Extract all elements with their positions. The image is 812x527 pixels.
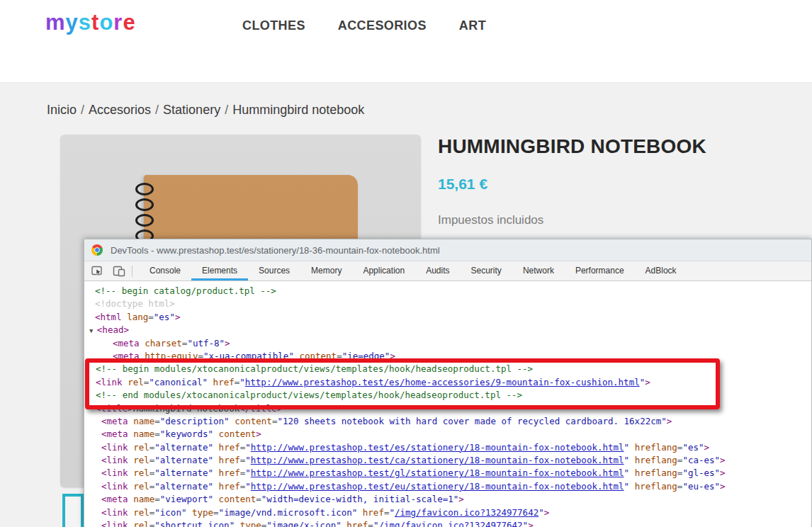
code-token: "es": [154, 312, 175, 322]
nav-link-accesorios[interactable]: ACCESORIOS: [338, 18, 427, 33]
nav-link-art[interactable]: ART: [459, 18, 486, 33]
code-line[interactable]: <link rel="icon" type="image/vnd.microso…: [84, 506, 811, 519]
breadcrumb: Inicio/Accesorios/Stationery/Hummingbird…: [47, 103, 364, 118]
code-token: "keywords": [160, 429, 213, 439]
logo-letter: t: [91, 10, 99, 35]
code-token: charset: [140, 338, 182, 348]
devtools-titlebar[interactable]: DevTools - www.prestashop.test/es/statio…: [84, 239, 811, 261]
code-url-link[interactable]: http://www.prestashop.test/gl/stationery…: [251, 468, 624, 478]
code-token: href: [357, 507, 384, 518]
breadcrumb-item[interactable]: Stationery: [163, 103, 220, 117]
code-line[interactable]: <!doctype html>: [84, 298, 811, 310]
code-token: name: [128, 429, 155, 439]
code-token: <html: [95, 312, 122, 322]
spiral-ring: [135, 198, 154, 211]
code-token: >: [720, 468, 726, 478]
devtools-tab-audits[interactable]: Audits: [415, 261, 460, 280]
code-url-link[interactable]: http://www.prestashop.test/es/stationery…: [251, 442, 624, 453]
code-token: "120 sheets notebook with hard cover mad…: [277, 416, 666, 426]
code-url-link[interactable]: http://www.prestashop.test/ca/stationery…: [251, 455, 624, 465]
code-token: rel: [128, 442, 150, 453]
code-line[interactable]: <meta charset="utf-8">: [84, 337, 811, 350]
devtools-tab-memory[interactable]: Memory: [300, 261, 352, 280]
code-token: <!-- begin catalog/product.tpl -->: [95, 285, 276, 296]
store-logo[interactable]: my store: [45, 10, 136, 35]
code-token: rel: [128, 507, 150, 518]
code-token: =: [368, 520, 373, 527]
code-token: rel: [128, 468, 150, 478]
code-token: type: [186, 507, 213, 518]
code-line[interactable]: <meta name="description" content="120 sh…: [84, 415, 811, 428]
spiral-ring: [135, 183, 154, 196]
code-token: hreflang: [629, 481, 677, 492]
code-token: content: [213, 494, 256, 504]
code-token: "viewport": [160, 494, 213, 504]
code-line[interactable]: <link rel="alternate" href="http://www.p…: [84, 454, 811, 467]
code-token: name: [128, 494, 155, 504]
breadcrumb-item[interactable]: Inicio: [47, 103, 77, 117]
product-thumbnail[interactable]: [62, 494, 84, 527]
nav-link-clothes[interactable]: CLOTHES: [242, 18, 305, 33]
code-token: href: [342, 520, 368, 527]
code-token: <meta: [101, 429, 128, 439]
code-token: "alternate": [154, 442, 213, 453]
devtools-tab-security[interactable]: Security: [461, 261, 512, 280]
devtools-tab-sources[interactable]: Sources: [248, 261, 300, 280]
code-line[interactable]: <link rel="alternate" href="http://www.p…: [84, 467, 811, 480]
breadcrumb-item[interactable]: Accesorios: [89, 103, 151, 117]
code-token: "icon": [154, 507, 186, 518]
code-token: name: [128, 416, 155, 426]
code-token: >: [256, 429, 261, 439]
devtools-tab-performance[interactable]: Performance: [565, 261, 635, 280]
devtools-window-title: DevTools - www.prestashop.test/es/statio…: [111, 245, 440, 256]
code-token: =: [213, 507, 219, 518]
code-token: href: [213, 442, 240, 453]
code-token: <meta: [101, 416, 128, 426]
code-url-link[interactable]: http://www.prestashop.test/eu/stationery…: [251, 481, 624, 492]
device-toolbar-icon[interactable]: [111, 264, 127, 278]
main-nav: CLOTHESACCESORIOSART: [242, 18, 486, 33]
devtools-tab-console[interactable]: Console: [139, 261, 191, 280]
code-token: >: [720, 481, 726, 492]
code-line[interactable]: <!-- begin catalog/product.tpl -->: [84, 285, 811, 298]
inspect-icon[interactable]: [90, 264, 106, 278]
code-token: "shortcut icon": [154, 520, 235, 527]
code-token: hreflang: [629, 455, 677, 465]
code-token: rel: [128, 455, 150, 465]
code-token: hreflang: [629, 442, 677, 453]
devtools-tab-adblock[interactable]: AdBlock: [635, 261, 687, 280]
code-line[interactable]: <meta name="keywords" content>: [84, 428, 811, 441]
code-token: ": [523, 520, 529, 527]
devtools-tab-network[interactable]: Network: [512, 261, 565, 280]
code-token: content: [213, 429, 256, 439]
code-token: >: [720, 455, 726, 465]
breadcrumb-separator: /: [220, 103, 232, 117]
code-token: ": [245, 442, 251, 453]
logo-letter: s: [79, 10, 91, 35]
devtools-tab-application[interactable]: Application: [352, 261, 415, 280]
logo-letter: r: [113, 10, 123, 35]
code-url-link[interactable]: /img/favicon.ico?1324977642: [395, 507, 538, 518]
breadcrumb-item[interactable]: Hummingbird notebook: [232, 103, 364, 117]
code-token: rel: [128, 520, 150, 527]
code-line[interactable]: <link rel="alternate" href="http://www.p…: [84, 441, 811, 454]
code-token: ": [245, 481, 251, 492]
code-token: "gl-es": [682, 468, 720, 478]
code-line[interactable]: <link rel="alternate" href="http://www.p…: [84, 480, 811, 493]
breadcrumb-separator: /: [151, 103, 163, 117]
devtools-tab-elements[interactable]: Elements: [191, 261, 248, 280]
code-token: href: [213, 455, 240, 465]
devtools-window: DevTools - www.prestashop.test/es/statio…: [84, 239, 812, 527]
code-token: lang: [122, 312, 149, 322]
code-url-link[interactable]: /img/favicon.ico?1324977642: [378, 520, 522, 527]
code-line[interactable]: <meta name="viewport" content="width=dev…: [84, 493, 811, 506]
store-header: my store CLOTHESACCESORIOSART: [0, 0, 812, 83]
toolbar-divider: [132, 266, 132, 277]
code-token: "image/vnd.microsoft.icon": [219, 507, 358, 518]
logo-letter: o: [99, 10, 113, 35]
code-token: href: [213, 468, 240, 478]
code-line[interactable]: ▼ <head>: [84, 324, 811, 336]
code-line[interactable]: <link rel="shortcut icon" type="image/x-…: [84, 519, 811, 527]
code-token: =: [256, 494, 261, 504]
code-line[interactable]: <html lang="es">: [84, 311, 811, 324]
